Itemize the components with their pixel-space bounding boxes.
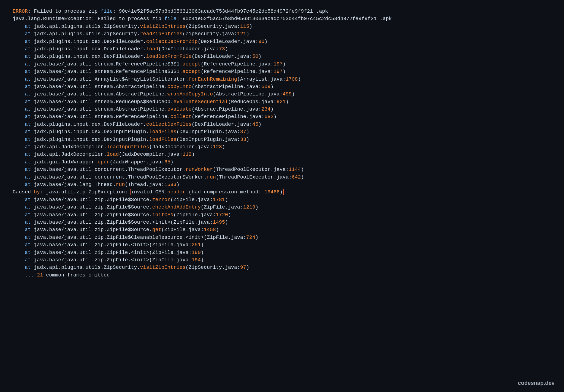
stacktrace-line: at jadx.api.JadxDecompiler.loadInputFile… (13, 143, 551, 151)
stacktrace-line: at java.base/java.util.stream.ReferenceP… (13, 68, 551, 75)
stacktrace-line: ... 21 common frames omitted (13, 272, 551, 279)
stacktrace-line: at java.base/java.util.zip.ZipFile$Sourc… (13, 204, 551, 211)
stacktrace-line: at java.base/java.util.stream.AbstractPi… (13, 106, 551, 113)
stacktrace-line: at java.base/java.util.zip.ZipFile.<init… (13, 241, 551, 249)
stacktrace-line: at jadx.plugins.input.dex.DexInputPlugin… (13, 136, 551, 143)
stacktrace-line: at java.base/java.util.zip.ZipFile$Clean… (13, 234, 551, 241)
stacktrace-line: at java.base/java.util.zip.ZipFile$Sourc… (13, 219, 551, 226)
stacktrace-line: at jadx.api.JadxDecompiler.load(JadxDeco… (13, 151, 551, 158)
stacktrace-line: at jadx.plugins.input.dex.DexInputPlugin… (13, 128, 551, 136)
stacktrace-line: at jadx.api.plugins.utils.ZipSecurity.vi… (13, 23, 551, 30)
stacktrace-line: at jadx.api.plugins.utils.ZipSecurity.re… (13, 30, 551, 38)
stacktrace-line: at java.base/java.lang.Thread.run(Thread… (13, 181, 551, 188)
stacktrace-line: at java.base/java.util.ArrayList$ArrayLi… (13, 76, 551, 83)
stacktrace-line: at java.base/java.util.stream.AbstractPi… (13, 83, 551, 91)
stacktrace-line: at jadx.plugins.input.dex.DexFileLoader.… (13, 38, 551, 45)
stacktrace-line: at java.base/java.util.stream.ReferenceP… (13, 61, 551, 68)
stacktrace-line: at java.base/java.util.concurrent.Thread… (13, 166, 551, 173)
stacktrace-line: at java.base/java.util.zip.ZipFile.<init… (13, 256, 551, 264)
stacktrace-line: at java.base/java.util.zip.ZipFile.<init… (13, 249, 551, 256)
stacktrace-line: at java.base/java.util.zip.ZipFile$Sourc… (13, 211, 551, 219)
stacktrace-line: at jadx.gui.JadxWrapper.open(JadxWrapper… (13, 158, 551, 166)
stacktrace-line: ERROR: Failed to process zip file: 90c41… (13, 8, 551, 15)
stacktrace-output: ERROR: Failed to process zip file: 90c41… (13, 8, 551, 279)
stacktrace-line: at jadx.api.plugins.utils.ZipSecurity.vi… (13, 264, 551, 271)
stacktrace-line: Caused by: java.util.zip.ZipException: i… (13, 188, 551, 196)
stacktrace-line: at jadx.plugins.input.dex.DexFileLoader.… (13, 45, 551, 53)
stacktrace-line: at java.base/java.util.zip.ZipFile$Sourc… (13, 196, 551, 204)
stacktrace-line: at jadx.plugins.input.dex.DexFileLoader.… (13, 121, 551, 128)
watermark: codesnap.dev (518, 379, 555, 387)
stacktrace-line: at java.base/java.util.stream.ReferenceP… (13, 113, 551, 120)
stacktrace-line: at java.base/java.util.stream.ReduceOps$… (13, 98, 551, 106)
stacktrace-line: at jadx.plugins.input.dex.DexFileLoader.… (13, 53, 551, 60)
code-frame: ERROR: Failed to process zip file: 90c41… (0, 0, 564, 392)
stacktrace-line: at java.base/java.util.zip.ZipFile$Sourc… (13, 226, 551, 234)
stacktrace-line: at java.base/java.util.stream.AbstractPi… (13, 91, 551, 98)
stacktrace-line: java.lang.RuntimeException: Failed to pr… (13, 15, 551, 23)
stacktrace-line: at java.base/java.util.concurrent.Thread… (13, 174, 551, 181)
